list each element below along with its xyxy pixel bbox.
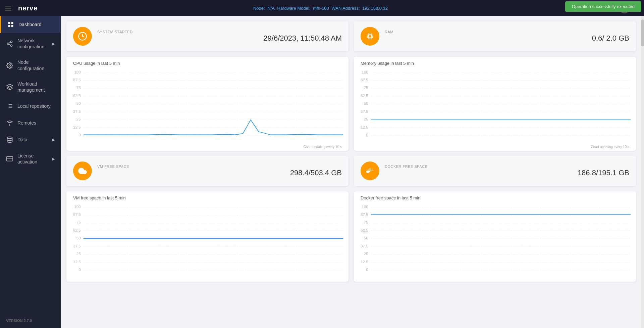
- sidebar-item-node-configuration[interactable]: Node configuration: [0, 54, 61, 76]
- svg-text:62.5: 62.5: [73, 93, 81, 98]
- svg-text:37.5: 37.5: [361, 109, 368, 113]
- svg-rect-19: [7, 157, 13, 161]
- chart-card-memory: Memory usage in last 5 min 100 87.5 75 6…: [354, 57, 636, 151]
- topbar: nerve Node: N/A Hardware Model: mfn-100 …: [0, 0, 644, 16]
- svg-text:50: 50: [364, 236, 369, 240]
- svg-text:0: 0: [78, 267, 81, 272]
- database-icon: [6, 136, 13, 143]
- chart-container-vm-space: 100 87.5 75 62.5 50 37.5 25 12.5 0: [66, 202, 348, 280]
- sidebar-label-dashboard: Dashboard: [18, 21, 42, 28]
- sidebar-item-workload-management[interactable]: Workload management: [0, 76, 61, 98]
- chart-title-memory: Memory usage in last 5 min: [354, 57, 636, 67]
- svg-text:62.5: 62.5: [361, 228, 368, 232]
- settings-icon: [6, 62, 13, 69]
- sidebar-item-remotes[interactable]: Remotes: [0, 114, 61, 131]
- wan-value: 192.168.0.32: [362, 6, 388, 11]
- sidebar-item-data[interactable]: Data ▶: [0, 131, 61, 148]
- sidebar-item-network-configuration[interactable]: Network configuration ▶: [0, 33, 61, 54]
- chart-container-cpu: 100 87.5 75 62.5 50 37.5 25 12.5 0: [66, 67, 348, 145]
- svg-text:75: 75: [76, 220, 81, 224]
- sidebar-item-local-repository[interactable]: Local repository: [0, 98, 61, 114]
- scrollbar-thumb[interactable]: [641, 19, 644, 46]
- stat-card-ram: RAM 0.6/ 2.0 GB: [354, 21, 636, 51]
- sidebar-item-dashboard[interactable]: Dashboard: [0, 16, 61, 33]
- wifi-icon: [6, 119, 13, 127]
- svg-text:50: 50: [76, 236, 81, 240]
- docker-icon: [365, 166, 375, 176]
- sidebar-label-node: Node configuration: [17, 59, 55, 71]
- stat-info-vm: VM FREE SPACE 298.4/503.4 GB: [97, 165, 342, 177]
- stat-label-system-started: SYSTEM STARTED: [97, 30, 342, 34]
- hamburger-menu[interactable]: [5, 6, 11, 10]
- chart-title-cpu: CPU usage in last 5 min: [66, 57, 348, 67]
- docker-icon-container: [361, 161, 379, 180]
- svg-text:100: 100: [362, 204, 368, 209]
- chip-icon: [365, 32, 375, 41]
- svg-text:25: 25: [76, 117, 81, 121]
- stat-header-docker: DOCKER FREE SPACE 186.8/195.1 GB: [354, 156, 636, 186]
- svg-text:87.5: 87.5: [73, 78, 81, 82]
- svg-text:50: 50: [364, 101, 369, 105]
- sidebar-label-data: Data: [17, 137, 28, 143]
- layers-icon: [6, 83, 13, 91]
- list-icon: [6, 102, 13, 110]
- svg-point-5: [7, 43, 9, 45]
- stat-info-ram: RAM 0.6/ 2.0 GB: [385, 30, 629, 43]
- cloud-icon-container: [73, 161, 92, 180]
- stat-value-system-started: 29/6/2023, 11:50:48 AM: [97, 34, 342, 43]
- svg-point-4: [11, 41, 12, 43]
- chart-container-memory: 100 87.5 75 62.5 50 37.5 25 12.5 0: [354, 67, 636, 145]
- svg-text:100: 100: [362, 70, 368, 74]
- node-label: Node:: [253, 6, 265, 11]
- chevron-right-icon-data: ▶: [52, 138, 55, 142]
- sidebar-item-license-activation[interactable]: License activation ▶: [0, 148, 61, 170]
- svg-point-18: [7, 137, 12, 139]
- svg-line-7: [9, 44, 11, 45]
- chart-card-cpu: CPU usage in last 5 min 100 87.5 75 62.5…: [66, 57, 348, 151]
- stat-header-system-started: SYSTEM STARTED 29/6/2023, 11:50:48 AM: [66, 21, 348, 51]
- svg-line-8: [9, 42, 11, 43]
- scrollbar-track[interactable]: [641, 16, 644, 328]
- svg-text:75: 75: [364, 85, 369, 90]
- stat-info-system-started: SYSTEM STARTED 29/6/2023, 11:50:48 AM: [97, 30, 342, 43]
- card-icon: [6, 155, 13, 162]
- topbar-center: Node: N/A Hardware Model: mfn-100 WAN Ad…: [38, 6, 604, 11]
- svg-point-9: [9, 64, 11, 66]
- svg-rect-0: [8, 22, 10, 24]
- svg-marker-10: [7, 84, 13, 87]
- svg-text:87.5: 87.5: [361, 212, 368, 217]
- chart-container-docker-space: 100 87.5 75 62.5 50 37.5 25 12.5 0: [354, 202, 636, 280]
- node-value: N/A: [267, 6, 275, 11]
- chart-card-docker-space: Docker free space in last 5 min 100 87.5…: [354, 191, 636, 282]
- stat-card-vm: VM FREE SPACE 298.4/503.4 GB: [66, 156, 348, 186]
- hardware-value: mfn-100: [313, 6, 329, 11]
- svg-text:75: 75: [76, 85, 81, 90]
- svg-point-6: [11, 45, 12, 47]
- cloud-icon: [78, 166, 87, 176]
- vm-space-chart-svg: 100 87.5 75 62.5 50 37.5 25 12.5 0: [70, 202, 345, 276]
- chevron-right-icon: ▶: [52, 42, 55, 46]
- svg-rect-23: [369, 35, 371, 38]
- stat-label-docker: DOCKER FREE SPACE: [385, 165, 629, 169]
- stat-label-ram: RAM: [385, 30, 629, 34]
- chart-note-cpu: Chart updating every 10 s: [66, 145, 348, 151]
- svg-text:37.5: 37.5: [73, 244, 81, 248]
- stat-header-vm: VM FREE SPACE 298.4/503.4 GB: [66, 156, 348, 186]
- stat-header-ram: RAM 0.6/ 2.0 GB: [354, 21, 636, 51]
- main-layout: Dashboard Network configuration ▶ Node c…: [0, 16, 644, 328]
- dashboard-grid: SYSTEM STARTED 29/6/2023, 11:50:48 AM: [66, 21, 636, 282]
- chip-icon-container: [361, 27, 379, 46]
- stat-value-vm: 298.4/503.4 GB: [97, 169, 342, 177]
- stat-card-docker: DOCKER FREE SPACE 186.8/195.1 GB: [354, 156, 636, 186]
- chevron-right-icon-license: ▶: [52, 157, 55, 161]
- svg-text:100: 100: [74, 204, 81, 209]
- svg-text:75: 75: [364, 220, 369, 224]
- svg-text:100: 100: [74, 70, 81, 74]
- wan-label: WAN Address:: [331, 6, 360, 11]
- svg-text:12.5: 12.5: [73, 260, 81, 264]
- grid-icon: [7, 21, 14, 28]
- memory-chart-svg: 100 87.5 75 62.5 50 37.5 25 12.5 0: [357, 67, 633, 141]
- svg-text:87.5: 87.5: [73, 212, 81, 217]
- svg-text:25: 25: [364, 251, 369, 256]
- sidebar-label-remotes: Remotes: [17, 120, 36, 126]
